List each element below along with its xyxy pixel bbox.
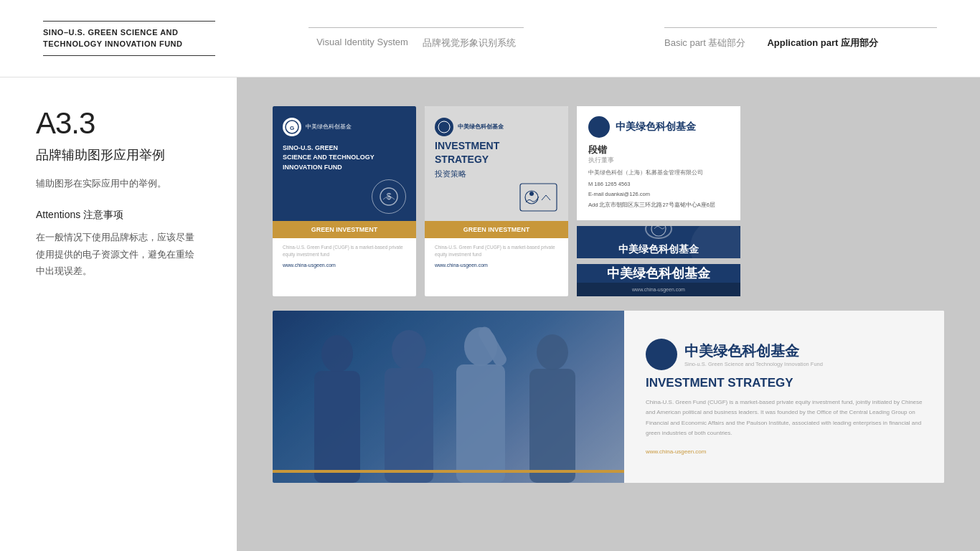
card2-footer: China-U.S. Green Fund (CUGF) is a market… bbox=[425, 238, 568, 275]
dark-card-2-top: 中美绿色科创基金 bbox=[577, 264, 740, 283]
nav-vis-en: Visual Identity System bbox=[316, 37, 408, 50]
card2-header: 中美绿色科创基金 INVESTMENTSTRATEGY 投资策略 bbox=[425, 106, 568, 221]
nav-vis-identity: Visual Identity System 品牌视觉形象识别系统 bbox=[308, 27, 524, 50]
nav-application[interactable]: Application part 应用部分 bbox=[767, 37, 878, 50]
svg-point-12 bbox=[392, 330, 426, 370]
people-svg bbox=[273, 311, 624, 483]
card2-desc: China-U.S. Green Fund (CUGF) is a market… bbox=[435, 244, 558, 259]
bc-emblem bbox=[588, 116, 610, 138]
card-brochure-1: G 中美绿色科创基金 SINO-U.S. GREENSCIENCE AND TE… bbox=[273, 106, 416, 296]
card1-website: www.china-usgeen.com bbox=[283, 262, 406, 270]
bottom-brand-row: 中美绿色科创基金 Sino-u.S. Green Science and Tec… bbox=[646, 339, 923, 370]
dark-card-2: 中美绿色科创基金 www.china-usgeen.com bbox=[577, 264, 740, 296]
bottom-wide-card: 中美绿色科创基金 Sino-u.S. Green Science and Tec… bbox=[273, 311, 944, 483]
card2-cta: GREEN INVESTMENT bbox=[425, 221, 568, 238]
bc-company: 中美绿色科创（上海）私募基金管理有限公司 bbox=[588, 169, 729, 176]
section-title: 品牌辅助图形应用举例 bbox=[36, 146, 201, 164]
main-area: A3.3 品牌辅助图形应用举例 辅助图形在实际应用中的举例。 Attention… bbox=[0, 77, 980, 551]
attention-title: Attentions 注意事项 bbox=[36, 209, 201, 222]
svg-rect-13 bbox=[385, 368, 433, 483]
bc-role: 执行董事 bbox=[588, 156, 729, 165]
dark-card-1-brand: 中美绿色科创基金 bbox=[618, 243, 699, 256]
bc-brand: 中美绿色科创基金 bbox=[616, 121, 696, 133]
nav-basic[interactable]: Basic part 基础部分 bbox=[664, 37, 745, 50]
logo-text: SINO–U.S. GREEN SCIENCE AND TECHNOLOGY I… bbox=[43, 27, 280, 50]
svg-point-17 bbox=[537, 334, 568, 370]
section-number: A3.3 bbox=[36, 106, 201, 141]
svg-text:G: G bbox=[290, 125, 294, 131]
bc-name: 段锴 bbox=[588, 143, 729, 156]
cards-right-col: 中美绿色科创基金 段锴 执行董事 中美绿色科创（上海）私募基金管理有限公司 M … bbox=[577, 106, 740, 296]
card1-emblem: G bbox=[283, 118, 301, 136]
card2-logo-text: 中美绿色科创基金 bbox=[458, 123, 504, 131]
business-card: 中美绿色科创基金 段锴 执行董事 中美绿色科创（上海）私募基金管理有限公司 M … bbox=[577, 106, 740, 220]
svg-point-7 bbox=[529, 192, 534, 196]
nav-parts: Basic part 基础部分 Application part 应用部分 bbox=[664, 27, 937, 50]
bottom-brand-sub: Sino-u.S. Green Science and Technology I… bbox=[684, 361, 823, 367]
photo-bg bbox=[273, 311, 624, 483]
card1-cta: GREEN INVESTMENT bbox=[273, 221, 416, 238]
dark-card-1-emblem bbox=[645, 226, 672, 239]
header: SINO–U.S. GREEN SCIENCE AND TECHNOLOGY I… bbox=[0, 0, 980, 77]
dark-card-2-brand: 中美绿色科创基金 bbox=[607, 265, 710, 282]
card1-bottom-row: $ bbox=[283, 179, 406, 214]
attention-desc: 在一般情况下使用品牌标志，应该尽量使用提供的电子资源文件，避免在重绘中出现误差。 bbox=[36, 229, 201, 279]
bottom-photo-goldbar bbox=[273, 470, 624, 473]
nav-line-1 bbox=[308, 27, 524, 28]
nav-part-items: Basic part 基础部分 Application part 应用部分 bbox=[664, 37, 878, 50]
svg-point-4 bbox=[438, 121, 450, 133]
content-area: G 中美绿色科创基金 SINO-U.S. GREENSCIENCE AND TE… bbox=[237, 77, 980, 551]
bottom-title: INVESTMENT STRATEGY bbox=[646, 376, 923, 390]
bottom-brand: 中美绿色科创基金 bbox=[684, 342, 823, 361]
card-strategy: 中美绿色科创基金 INVESTMENTSTRATEGY 投资策略 bbox=[425, 106, 568, 296]
card2-title-en: INVESTMENTSTRATEGY bbox=[435, 139, 558, 165]
card1-icon: $ bbox=[372, 179, 406, 214]
section-desc: 辅助图形在实际应用中的举例。 bbox=[36, 175, 201, 192]
dark-card-1: 中美绿色科创基金 Sino-U.S. Green Science and Tec… bbox=[577, 226, 740, 258]
logo-area: SINO–U.S. GREEN SCIENCE AND TECHNOLOGY I… bbox=[43, 21, 280, 56]
nav-vis-items: Visual Identity System 品牌视觉形象识别系统 bbox=[316, 37, 516, 50]
bc-header: 中美绿色科创基金 bbox=[588, 116, 729, 138]
nav-line-2 bbox=[664, 27, 937, 28]
card2-titles: INVESTMENTSTRATEGY 投资策略 bbox=[435, 139, 558, 179]
logo-bottom-line bbox=[43, 55, 215, 56]
card1-header: G 中美绿色科创基金 SINO-U.S. GREENSCIENCE AND TE… bbox=[273, 106, 416, 221]
bc-contacts: M 186 1265 4563 E-mail duankai@126.com A… bbox=[588, 179, 729, 210]
svg-point-8 bbox=[651, 226, 666, 236]
card1-logo-text: 中美绿色科创基金 bbox=[306, 123, 352, 131]
bottom-text-side: 中美绿色科创基金 Sino-u.S. Green Science and Tec… bbox=[624, 311, 944, 483]
dark-card-2-footer: www.china-usgeen.com bbox=[577, 283, 740, 296]
card2-emblem bbox=[435, 118, 453, 136]
bottom-photo bbox=[273, 311, 624, 483]
card1-desc: China-U.S. Green Fund (CUGF) is a market… bbox=[283, 244, 406, 259]
card2-website: www.china-usgeen.com bbox=[435, 262, 558, 270]
dark-card-1-bg bbox=[690, 226, 740, 258]
bottom-brand-texts: 中美绿色科创基金 Sino-u.S. Green Science and Tec… bbox=[684, 342, 823, 367]
svg-point-10 bbox=[321, 335, 353, 372]
svg-rect-18 bbox=[529, 369, 575, 483]
card2-logo: 中美绿色科创基金 bbox=[435, 118, 558, 136]
bottom-desc: China-U.S. Green Fund (CUGF) is a market… bbox=[646, 397, 923, 439]
svg-rect-15 bbox=[456, 364, 505, 483]
card2-title-cn: 投资策略 bbox=[435, 169, 558, 179]
card1-logo: G 中美绿色科创基金 bbox=[283, 118, 406, 136]
bottom-website: www.china-usgeen.com bbox=[646, 448, 923, 455]
card1-title: SINO-U.S. GREENSCIENCE AND TECHNOLOGYINN… bbox=[283, 143, 406, 173]
nav-vis-cn: 品牌视觉形象识别系统 bbox=[423, 37, 516, 50]
cards-top-row: G 中美绿色科创基金 SINO-U.S. GREENSCIENCE AND TE… bbox=[273, 106, 944, 296]
logo-top-line bbox=[43, 21, 215, 22]
card1-footer: China-U.S. Green Fund (CUGF) is a market… bbox=[273, 238, 416, 275]
sidebar: A3.3 品牌辅助图形应用举例 辅助图形在实际应用中的举例。 Attention… bbox=[0, 77, 237, 551]
svg-rect-11 bbox=[314, 371, 360, 483]
dark-card-2-website: www.china-usgeen.com bbox=[585, 287, 732, 292]
bottom-emblem bbox=[646, 339, 677, 370]
card2-icon bbox=[519, 182, 558, 215]
